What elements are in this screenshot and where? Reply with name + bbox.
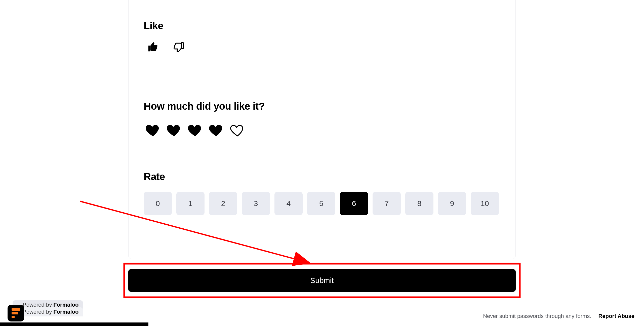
rate-option-2[interactable]: 2 bbox=[209, 192, 237, 215]
heart-filled-icon bbox=[208, 122, 224, 139]
heart-filled-icon bbox=[166, 122, 182, 139]
question-rate: Rate 012345678910 bbox=[144, 171, 500, 215]
rate-option-0[interactable]: 0 bbox=[144, 192, 172, 215]
rate-option-5[interactable]: 5 bbox=[307, 192, 335, 215]
formaloo-logo-icon bbox=[8, 305, 24, 321]
form-card: Like How much did you like it? bbox=[128, 0, 516, 259]
rate-option-8[interactable]: 8 bbox=[405, 192, 433, 215]
submit-button-label: Submit bbox=[310, 276, 334, 285]
rate-option-4[interactable]: 4 bbox=[274, 192, 303, 215]
heart-3-button[interactable] bbox=[186, 121, 205, 140]
bottom-loading-strip bbox=[0, 322, 148, 326]
rate-row: 012345678910 bbox=[144, 192, 500, 215]
heart-4-button[interactable] bbox=[207, 121, 226, 140]
like-row bbox=[147, 41, 500, 54]
question-hearts: How much did you like it? bbox=[144, 101, 500, 140]
question-hearts-title: How much did you like it? bbox=[144, 101, 500, 112]
question-rate-title: Rate bbox=[144, 171, 500, 182]
powered-by-badge[interactable]: Powered by Formaloo Powered by Formaloo bbox=[8, 299, 83, 321]
rate-option-10[interactable]: 10 bbox=[471, 192, 499, 215]
report-abuse-link[interactable]: Report Abuse bbox=[598, 313, 634, 319]
hearts-row bbox=[144, 121, 500, 140]
heart-5-button[interactable] bbox=[228, 121, 247, 140]
heart-filled-icon bbox=[187, 122, 203, 139]
heart-outline-icon bbox=[229, 122, 246, 139]
question-like-title: Like bbox=[144, 20, 500, 31]
footer-right: Never submit passwords through any forms… bbox=[483, 313, 634, 319]
rate-option-9[interactable]: 9 bbox=[438, 192, 466, 215]
thumbs-down-button[interactable] bbox=[172, 41, 185, 54]
thumbs-up-icon bbox=[147, 41, 159, 54]
heart-2-button[interactable] bbox=[165, 121, 183, 140]
question-like: Like bbox=[144, 20, 500, 54]
heart-filled-icon bbox=[145, 122, 161, 139]
thumbs-down-icon bbox=[173, 41, 184, 54]
footer-warning-text: Never submit passwords through any forms… bbox=[483, 313, 591, 319]
rate-option-3[interactable]: 3 bbox=[242, 192, 270, 215]
submit-button[interactable]: Submit bbox=[128, 269, 516, 292]
thumbs-up-button[interactable] bbox=[147, 41, 160, 54]
rate-option-1[interactable]: 1 bbox=[176, 192, 205, 215]
rate-option-6[interactable]: 6 bbox=[340, 192, 368, 215]
heart-1-button[interactable] bbox=[144, 121, 162, 140]
rate-option-7[interactable]: 7 bbox=[373, 192, 401, 215]
